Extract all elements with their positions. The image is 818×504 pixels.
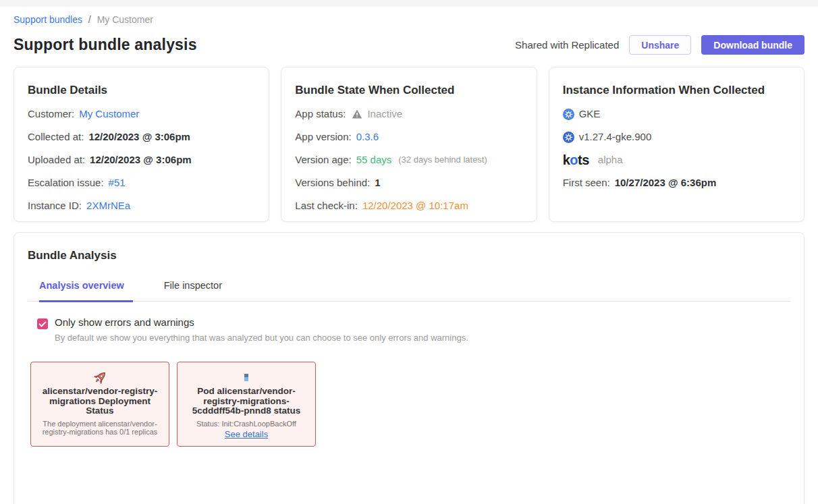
bundle-state-title: Bundle State When Collected [295,84,522,97]
page-header: Support bundle analysis Shared with Repl… [13,35,805,55]
error-message: The deployment alicenstar/vendor-registr… [36,420,163,437]
escalation-issue-link[interactable]: #51 [109,176,126,190]
app-status-value: Inactive [367,107,402,121]
error-title: Pod alicenstar/vendor-registry-migration… [183,387,310,416]
breadcrumb-separator: / [88,14,91,25]
app-status-row: App status: Inactive [295,107,522,121]
app-version-link[interactable]: 0.3.6 [356,130,379,144]
first-seen-row: First seen: 10/27/2023 @ 6:36pm [563,176,790,190]
see-details-link[interactable]: See details [225,429,268,439]
error-message: Status: Init:CrashLoopBackOff [183,420,310,428]
errors-warnings-filter: Only show errors and warnings By default… [37,316,790,343]
distribution-value: GKE [579,107,601,121]
kots-logo: kots [563,153,589,167]
breadcrumb-link-support-bundles[interactable]: Support bundles [13,14,82,25]
uploaded-at-label: Uploaded at: [28,153,85,167]
collected-at-row: Collected at: 12/20/2023 @ 3:06pm [28,130,255,144]
first-seen-value: 10/27/2023 @ 6:36pm [615,176,717,190]
bundle-details-card: Bundle Details Customer: My Customer Col… [13,67,269,222]
page-content: Support bundles / My Customer Support bu… [0,14,818,504]
version-age-value: 55 days [356,153,392,167]
filter-text: Only show errors and warnings By default… [55,316,468,343]
bundle-details-title: Bundle Details [28,84,255,97]
broken-image-icon [183,368,310,387]
kubernetes-icon [563,109,574,120]
version-age-label: Version age: [295,153,351,167]
warning-icon [352,109,362,119]
escalation-issue-row: Escalation issue: #51 [28,176,255,190]
instance-info-title: Instance Information When Collected [563,84,790,97]
app-version-label: App version: [295,130,351,144]
kubernetes-icon [563,132,574,143]
k8s-version-row: v1.27.4-gke.900 [563,130,790,144]
first-seen-label: First seen: [563,176,610,190]
summary-cards: Bundle Details Customer: My Customer Col… [13,67,805,222]
versions-behind-label: Versions behind: [295,176,370,190]
download-bundle-button[interactable]: Download bundle [701,35,805,55]
error-title: alicenstar/vendor-registry-migrations De… [36,387,163,416]
analysis-tabs: Analysis overview File inspector [28,280,790,302]
last-checkin-label: Last check-in: [295,199,358,213]
analysis-results: alicenstar/vendor-registry-migrations De… [30,362,790,447]
shared-status-text: Shared with Replicated [515,39,619,51]
instance-info-card: Instance Information When Collected GKE … [549,67,805,222]
rocket-icon [36,368,163,387]
collected-at-value: 12/20/2023 @ 3:06pm [88,130,190,144]
unshare-button[interactable]: Unshare [629,35,691,55]
versions-behind-row: Versions behind: 1 [295,176,522,190]
bundle-analysis-title: Bundle Analysis [28,249,790,262]
kots-channel: alpha [598,153,623,167]
distribution-row: GKE [563,107,790,121]
uploaded-at-row: Uploaded at: 12/20/2023 @ 3:06pm [28,153,255,167]
customer-label: Customer: [28,107,74,121]
collected-at-label: Collected at: [28,130,84,144]
header-actions: Shared with Replicated Unshare Download … [515,35,805,55]
page-top-strip [0,0,818,7]
bundle-state-card: Bundle State When Collected App status: … [281,67,537,222]
tab-analysis-overview[interactable]: Analysis overview [39,280,133,302]
escalation-issue-label: Escalation issue: [28,176,104,190]
only-errors-checkbox[interactable] [37,318,48,329]
last-checkin-value: 12/20/2023 @ 10:17am [362,199,468,213]
tab-file-inspector[interactable]: File inspector [164,280,222,301]
instance-id-row: Instance ID: 2XMrNEa [28,199,255,213]
breadcrumb-current: My Customer [97,14,153,25]
uploaded-at-value: 12/20/2023 @ 3:06pm [90,153,192,167]
last-checkin-row: Last check-in: 12/20/2023 @ 10:17am [295,199,522,213]
instance-id-label: Instance ID: [28,199,82,213]
analysis-error-card-deployment: alicenstar/vendor-registry-migrations De… [30,362,169,447]
only-errors-checkbox-label[interactable]: Only show errors and warnings [55,316,468,328]
version-age-row: Version age: 55 days (32 days behind lat… [295,153,522,167]
bundle-analysis-panel: Bundle Analysis Analysis overview File i… [13,232,805,504]
filter-description: By default we show you everything that w… [55,333,468,343]
app-status-label: App status: [295,107,346,121]
versions-behind-value: 1 [375,176,380,190]
instance-id-link[interactable]: 2XMrNEa [86,199,130,213]
analysis-error-card-pod-status: Pod alicenstar/vendor-registry-migration… [177,362,316,447]
customer-row: Customer: My Customer [28,107,255,121]
customer-link[interactable]: My Customer [79,107,139,121]
kots-row: kots alpha [563,153,790,167]
page-title: Support bundle analysis [13,36,197,54]
breadcrumb: Support bundles / My Customer [13,14,805,25]
app-version-row: App version: 0.3.6 [295,130,522,144]
version-age-note: (32 days behind latest) [398,153,487,167]
k8s-version-value: v1.27.4-gke.900 [579,130,652,144]
